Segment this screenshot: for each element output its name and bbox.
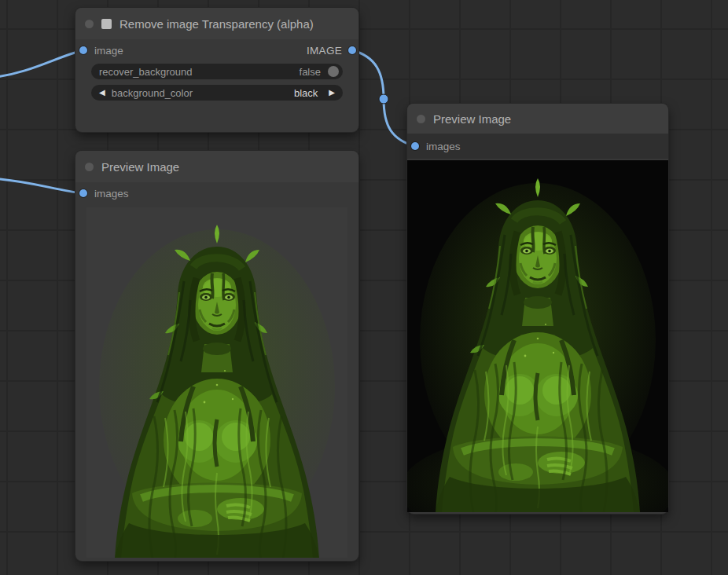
preview-image[interactable] [86, 207, 347, 558]
preview-image-figure [86, 207, 347, 558]
preview-image[interactable] [407, 160, 668, 512]
link-image-output-to-preview [352, 50, 415, 146]
node-canvas[interactable]: Remove image Transparency (alpha) image … [0, 0, 728, 575]
node-title: Preview Image [433, 112, 511, 126]
node-preview-image-right[interactable]: Preview Image images [407, 104, 668, 514]
collapse-dot-icon[interactable] [85, 163, 94, 171]
toggle-knob-icon[interactable] [328, 66, 339, 77]
io-row: image IMAGE [75, 39, 358, 61]
node-header[interactable]: Preview Image [75, 151, 358, 182]
node-title: Preview Image [101, 160, 179, 174]
output-port-image[interactable] [348, 46, 356, 54]
input-port-images[interactable] [79, 189, 87, 197]
node-title: Remove image Transparency (alpha) [119, 17, 314, 31]
input-label: images [94, 188, 129, 200]
widget-background-color[interactable]: ◀ background_color black ▶ [91, 85, 343, 101]
reroute-dot[interactable] [379, 94, 388, 104]
input-label: images [426, 141, 461, 152]
node-preview-image-left[interactable]: Preview Image images [75, 151, 358, 561]
input-label: image [94, 45, 123, 57]
widget-label: background_color [112, 87, 193, 99]
link-into-image-input [0, 50, 83, 78]
node-remove-transparency[interactable]: Remove image Transparency (alpha) image … [75, 8, 358, 132]
link-into-images-input-left [0, 178, 83, 193]
widget-label: recover_background [99, 66, 193, 78]
widget-value: false [300, 66, 321, 78]
widget-value: black [294, 87, 318, 99]
io-row: images [407, 134, 668, 159]
collapse-dot-icon[interactable] [85, 20, 94, 28]
node-mode-icon [101, 19, 112, 29]
node-header[interactable]: Preview Image [407, 104, 668, 134]
preview-image-figure [407, 160, 668, 512]
combo-next-icon[interactable]: ▶ [329, 89, 335, 97]
node-header[interactable]: Remove image Transparency (alpha) [75, 8, 358, 39]
combo-prev-icon[interactable]: ◀ [99, 89, 105, 97]
input-port-image[interactable] [79, 46, 87, 54]
input-port-images[interactable] [411, 142, 419, 150]
collapse-dot-icon[interactable] [417, 115, 425, 123]
output-label: IMAGE [307, 45, 342, 57]
widget-recover-background[interactable]: recover_background false [91, 64, 343, 79]
io-row: images [75, 182, 358, 204]
